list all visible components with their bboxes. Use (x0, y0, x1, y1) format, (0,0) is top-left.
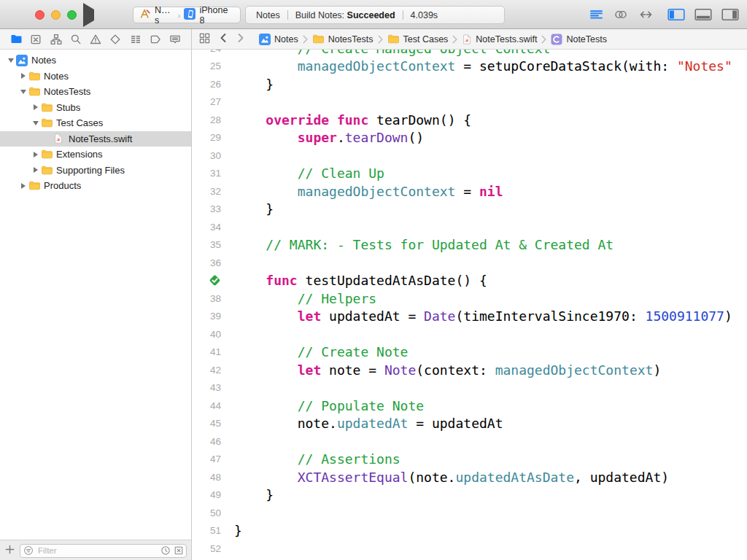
sidebar-item-extensions[interactable]: Extensions (0, 147, 191, 163)
divider (403, 10, 403, 20)
navigator-tab-issue[interactable] (88, 31, 103, 47)
issue-icon (90, 34, 101, 45)
breadcrumb-item-notestests[interactable]: NotesTests (312, 34, 374, 44)
stop-button[interactable] (107, 9, 121, 20)
version-editor-button[interactable] (633, 7, 658, 23)
disclosure-triangle[interactable] (18, 73, 28, 79)
folder-icon (312, 34, 325, 44)
code-text: // Assertions (234, 451, 400, 467)
debug-panel-icon (694, 8, 712, 21)
code-text: } (234, 523, 242, 538)
swift-file-icon (53, 133, 63, 144)
code-line-26: 26 } (192, 75, 747, 93)
source-editor[interactable]: 24 // Create Managed Object Context25 ma… (192, 50, 747, 560)
build-time: 4.039s (411, 10, 438, 20)
xcode-window: N…s › iPhone 8 Notes Build Notes: Succee… (0, 0, 747, 560)
scheme-selector[interactable]: N…s › iPhone 8 (133, 7, 241, 23)
breadcrumb-label: NotesTests (328, 34, 374, 44)
test-success-badge[interactable] (192, 274, 221, 287)
line-number: 45 (192, 418, 221, 429)
assistant-editor-icon (614, 9, 627, 20)
sidebar-item-test-cases[interactable]: Test Cases (0, 115, 191, 131)
source-control-filter-button[interactable] (174, 545, 184, 559)
code-text: super.tearDown() (234, 130, 424, 145)
clock-icon (160, 545, 171, 556)
inspectors-toggle-button[interactable] (718, 7, 743, 23)
line-number: 29 (192, 132, 221, 143)
code-line-31: 31 // Clean Up (192, 165, 747, 183)
disclosure-triangle[interactable] (31, 121, 40, 125)
disclosure-triangle[interactable] (31, 104, 40, 110)
breadcrumb-separator-icon (303, 35, 308, 44)
code-text: } (234, 77, 274, 92)
code-line-40: 40 (192, 325, 747, 343)
sidebar-item-notes[interactable]: Notes (0, 69, 191, 85)
code-text: note.updatedAt = updatedAt (234, 416, 503, 431)
navigator-tab-debug[interactable] (128, 31, 143, 47)
sidebar-item-stubs[interactable]: Stubs (0, 100, 191, 116)
navigator-tab-report[interactable] (168, 31, 182, 47)
folder-icon (41, 165, 53, 176)
swift-file-icon (462, 34, 472, 45)
sidebar-item-label: Extensions (56, 149, 103, 160)
code-text: let updatedAt = Date(timeIntervalSince19… (234, 308, 732, 324)
disclosure-triangle[interactable] (18, 183, 28, 189)
breadcrumb-item-notes[interactable]: Notes (259, 34, 298, 45)
run-button[interactable] (79, 7, 98, 22)
sidebar-item-products[interactable]: Products (0, 178, 191, 194)
code-line-48: 48 XCTAssertEqual(note.updatedAtAsDate, … (192, 468, 747, 486)
code-line-38: 38 // Helpers (192, 289, 747, 308)
activity-project: Notes (256, 10, 280, 20)
breadcrumb-item-notetests-swift[interactable]: NoteTests.swift (462, 34, 537, 45)
breadcrumb-item-test-cases[interactable]: Test Cases (387, 34, 449, 44)
triangle-right-icon (34, 167, 38, 173)
assistant-editor-button[interactable] (608, 7, 633, 23)
disclosure-triangle[interactable] (18, 90, 28, 94)
navigator-tab-breakpoint[interactable] (148, 31, 163, 47)
sidebar-item-notetests-swift[interactable]: NoteTests.swift (0, 131, 191, 147)
disclosure-triangle[interactable] (6, 58, 15, 63)
code-line-50: 50 (192, 504, 747, 522)
folder-icon (28, 71, 41, 82)
back-button[interactable] (217, 33, 230, 45)
zoom-window-button[interactable] (67, 10, 77, 20)
disclosure-triangle[interactable] (31, 152, 40, 158)
sidebar-item-supporting-files[interactable]: Supporting Files (0, 163, 191, 179)
scm-filter-icon (174, 545, 184, 556)
code-line-49: 49 } (192, 486, 747, 505)
code-line-24: 24 // Create Managed Object Context (192, 50, 747, 58)
recent-files-filter-button[interactable] (160, 545, 171, 559)
line-number: 43 (192, 382, 221, 393)
line-number: 25 (192, 61, 221, 71)
disclosure-triangle[interactable] (31, 167, 40, 173)
debug-area-toggle-button[interactable] (691, 7, 716, 23)
related-items-button[interactable] (197, 33, 212, 46)
sidebar-item-label: NotesTests (44, 86, 90, 97)
code-text: func testUpdatedAtAsDate() { (234, 273, 487, 288)
navigator-tab-test[interactable] (108, 31, 123, 47)
navigator-tab-symbol[interactable] (49, 31, 63, 47)
triangle-right-icon (21, 73, 26, 79)
code-line-42: 42 let note = Note(context: managedObjec… (192, 361, 747, 379)
add-item-button[interactable] (4, 544, 15, 557)
standard-editor-button[interactable] (584, 7, 608, 23)
navigator-tab-source-control[interactable] (28, 31, 43, 47)
minimize-window-button[interactable] (51, 10, 61, 20)
forward-button[interactable] (234, 33, 247, 45)
sidebar-item-notes[interactable]: Notes (0, 52, 191, 69)
app-icon (16, 55, 28, 66)
toolbar: N…s › iPhone 8 Notes Build Notes: Succee… (0, 0, 747, 29)
breakpoint-icon (150, 34, 161, 45)
line-number: 27 (192, 96, 221, 107)
navigator-tab-find[interactable] (69, 31, 83, 47)
navigator-tab-project[interactable] (9, 31, 23, 47)
code-text: managedObjectContext = setupCoreDataStac… (234, 58, 732, 74)
folder-icon (28, 86, 41, 97)
breadcrumb-item-notetests[interactable]: NoteTests (551, 34, 607, 45)
close-window-button[interactable] (35, 10, 44, 20)
code-line-30: 30 (192, 147, 747, 165)
editor-mode-buttons (584, 7, 658, 23)
folder-icon (41, 149, 53, 160)
sidebar-item-notestests[interactable]: NotesTests (0, 84, 191, 100)
navigator-toggle-button[interactable] (664, 7, 689, 23)
